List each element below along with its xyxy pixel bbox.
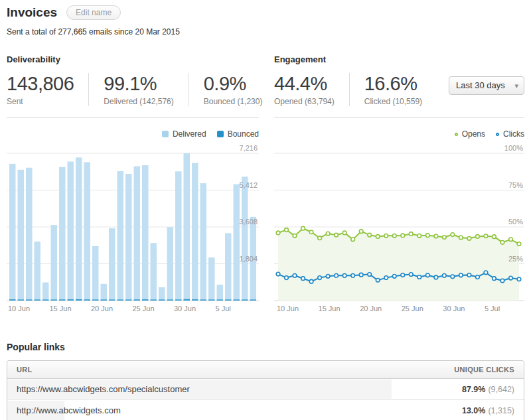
- clicks-point[interactable]: [401, 273, 405, 277]
- opens-point[interactable]: [467, 237, 471, 241]
- bounced-bar[interactable]: [9, 299, 16, 301]
- opens-point[interactable]: [368, 234, 372, 238]
- period-select[interactable]: Last 30 days ▾: [449, 76, 524, 95]
- clicks-point[interactable]: [426, 273, 430, 277]
- opens-point[interactable]: [359, 230, 363, 234]
- clicks-point[interactable]: [318, 276, 322, 280]
- bounced-bar[interactable]: [242, 300, 248, 301]
- opens-point[interactable]: [285, 228, 289, 232]
- bounced-bar[interactable]: [76, 299, 82, 301]
- opens-point[interactable]: [484, 234, 488, 238]
- bounced-bar[interactable]: [59, 300, 66, 301]
- opens-point[interactable]: [443, 236, 447, 240]
- clicks-point[interactable]: [384, 276, 388, 280]
- clicks-point[interactable]: [509, 277, 513, 281]
- clicks-point[interactable]: [476, 275, 480, 279]
- clicks-point[interactable]: [285, 276, 289, 280]
- bounced-bar[interactable]: [192, 299, 198, 301]
- table-row[interactable]: https://www.abcwidgets.com/specialcustom…: [7, 379, 524, 400]
- bounced-bar[interactable]: [225, 300, 232, 301]
- clicks-point[interactable]: [484, 271, 488, 275]
- delivered-bar[interactable]: [84, 163, 91, 301]
- bounced-bar[interactable]: [117, 300, 124, 301]
- bounced-bar[interactable]: [167, 300, 174, 301]
- bounced-bar[interactable]: [159, 300, 165, 301]
- clicks-point[interactable]: [342, 274, 346, 278]
- opens-point[interactable]: [409, 232, 413, 236]
- clicks-point[interactable]: [309, 280, 313, 284]
- deliverability-chart[interactable]: 7,2165,4123,6081,80410 Jun15 Jun20 Jun25…: [7, 145, 259, 315]
- bounced-bar[interactable]: [109, 300, 115, 301]
- opens-point[interactable]: [342, 231, 346, 235]
- delivered-bar[interactable]: [142, 165, 149, 301]
- opens-point[interactable]: [493, 235, 496, 239]
- bounced-bar[interactable]: [26, 300, 33, 301]
- delivered-bar[interactable]: [76, 158, 82, 301]
- opens-point[interactable]: [401, 234, 405, 238]
- opens-point[interactable]: [434, 235, 438, 239]
- delivered-bar[interactable]: [26, 168, 33, 301]
- bounced-bar[interactable]: [142, 299, 149, 301]
- delivered-bar[interactable]: [68, 162, 74, 301]
- bounced-bar[interactable]: [134, 300, 141, 301]
- delivered-bar[interactable]: [184, 153, 190, 301]
- bounced-bar[interactable]: [92, 300, 99, 301]
- engagement-chart[interactable]: 100%75%50%25%10 Jun15 Jun20 Jun25 Jun30 …: [274, 145, 524, 315]
- opens-point[interactable]: [301, 227, 305, 231]
- clicks-point[interactable]: [451, 275, 455, 279]
- opens-point[interactable]: [351, 238, 355, 242]
- bounced-bar[interactable]: [208, 300, 215, 301]
- bounced-bar[interactable]: [101, 300, 108, 301]
- clicks-point[interactable]: [293, 274, 297, 278]
- opens-point[interactable]: [500, 241, 504, 245]
- clicks-point[interactable]: [493, 277, 496, 281]
- delivered-bar[interactable]: [200, 183, 207, 301]
- opens-point[interactable]: [318, 236, 322, 240]
- clicks-point[interactable]: [500, 279, 504, 283]
- bounced-bar[interactable]: [184, 299, 190, 301]
- bounced-bar[interactable]: [250, 300, 257, 301]
- delivered-bar[interactable]: [125, 174, 132, 301]
- clicks-point[interactable]: [335, 274, 339, 278]
- delivered-bar[interactable]: [101, 284, 108, 301]
- delivered-bar[interactable]: [151, 244, 157, 301]
- clicks-point[interactable]: [459, 273, 463, 277]
- delivered-bar[interactable]: [134, 167, 141, 301]
- bounced-bar[interactable]: [200, 300, 207, 301]
- bounced-bar[interactable]: [217, 300, 224, 301]
- bounced-bar[interactable]: [68, 299, 74, 301]
- delivered-bar[interactable]: [18, 170, 25, 301]
- delivered-bar[interactable]: [9, 164, 16, 301]
- delivered-bar[interactable]: [208, 257, 215, 301]
- table-row[interactable]: http://www.abcwidgets.com13.0%(1,315): [7, 400, 524, 420]
- opens-point[interactable]: [392, 234, 396, 238]
- opens-point[interactable]: [309, 230, 313, 234]
- bounced-bar[interactable]: [84, 300, 91, 301]
- delivered-bar[interactable]: [42, 283, 49, 301]
- delivered-bar[interactable]: [35, 242, 41, 301]
- opens-point[interactable]: [451, 233, 455, 237]
- bounced-bar[interactable]: [175, 300, 182, 301]
- opens-point[interactable]: [426, 234, 430, 238]
- clicks-point[interactable]: [434, 275, 438, 279]
- delivered-bar[interactable]: [225, 234, 232, 301]
- opens-point[interactable]: [293, 234, 297, 238]
- delivered-bar[interactable]: [192, 163, 198, 301]
- clicks-point[interactable]: [392, 275, 396, 279]
- delivered-bar[interactable]: [242, 177, 248, 301]
- link-url[interactable]: https://www.abcwidgets.com/specialcustom…: [17, 384, 190, 394]
- opens-point[interactable]: [417, 234, 421, 238]
- opens-point[interactable]: [276, 231, 280, 235]
- delivered-bar[interactable]: [175, 172, 182, 301]
- opens-point[interactable]: [517, 242, 521, 246]
- clicks-point[interactable]: [417, 275, 421, 279]
- clicks-point[interactable]: [326, 275, 330, 279]
- clicks-point[interactable]: [368, 273, 372, 277]
- clicks-point[interactable]: [443, 274, 447, 278]
- bounced-bar[interactable]: [125, 300, 132, 301]
- delivered-bar[interactable]: [117, 171, 124, 301]
- clicks-point[interactable]: [467, 273, 471, 277]
- bounced-bar[interactable]: [151, 300, 157, 301]
- opens-point[interactable]: [509, 238, 513, 242]
- clicks-point[interactable]: [409, 273, 413, 277]
